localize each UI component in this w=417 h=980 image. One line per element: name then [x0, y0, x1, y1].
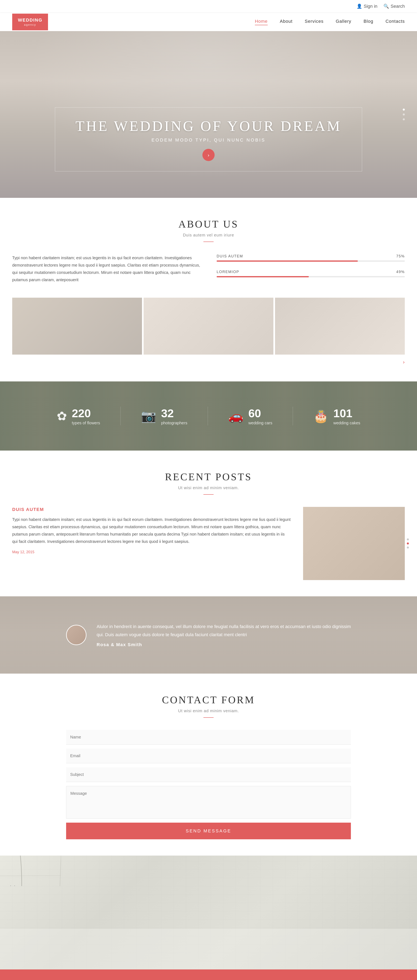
email-input[interactable] [66, 749, 351, 763]
about-content: Typi non habent claritatem insitam; est … [12, 254, 405, 285]
name-input[interactable] [66, 730, 351, 745]
about-image-3 [275, 298, 405, 355]
post-nav-dot-2[interactable] [407, 542, 409, 544]
person-icon: 👤 [357, 4, 362, 9]
post-date: May 12, 2015 [12, 550, 291, 554]
posts-section: RECENT POSTS Ut wisi enim ad minim venia… [0, 450, 417, 597]
search-icon: 🔍 [384, 4, 389, 9]
about-section: ABOUT US Duis autem vel eum iriure Typi … [0, 198, 417, 382]
about-title: ABOUT US [12, 218, 405, 230]
map-section[interactable]: Lake District City Center East Side [0, 856, 417, 969]
about-arrow[interactable]: › [12, 358, 405, 365]
hero-cta-button[interactable]: › [202, 149, 215, 161]
svg-text:Lake: Lake [10, 885, 18, 886]
nav-home[interactable]: Home [255, 19, 268, 25]
cake-icon: 🎂 [313, 409, 328, 423]
top-bar: 👤 Sign in 🔍 Search [0, 0, 417, 13]
main-nav: Home About Services Gallery Blog Contact… [255, 19, 405, 25]
stat-photographers: 📷 32 photographers [121, 407, 208, 425]
bar-duis-autem: DUIS AUTEM 75% [216, 254, 405, 262]
nav-about[interactable]: About [280, 19, 293, 25]
contact-title: CONTACT FORM [12, 694, 405, 706]
hero-title: THE WEDDING OF YOUR DREAM [75, 118, 342, 135]
post-nav-dot-1[interactable] [407, 538, 409, 541]
testimonial-inner: Alulor in hendrerit in auente consequat,… [66, 622, 351, 647]
stat-cakes: 🎂 101 wedding cakes [293, 407, 380, 425]
contact-divider [204, 718, 213, 718]
bar-loremiop: LOREMIOP 49% [216, 270, 405, 277]
bar-fill-1 [216, 261, 358, 262]
car-icon: 🚗 [228, 409, 244, 423]
hero-section: THE WEDDING OF YOUR DREAM EODEM MODO TYP… [0, 31, 417, 198]
post-image [303, 507, 405, 580]
flower-icon: ✿ [57, 409, 67, 423]
svg-line-2 [57, 856, 61, 886]
about-images [12, 298, 405, 355]
post-body: Typi non habent claritatem insitam; est … [12, 516, 291, 545]
testimonial-text-block: Alulor in hendrerit in auente consequat,… [97, 622, 351, 647]
testimonial-avatar [66, 625, 86, 645]
camera-icon: 📷 [141, 409, 156, 423]
logo[interactable]: WEDDING agency [12, 14, 48, 30]
post-card: DUIS AUTEM Typi non habent claritatem in… [12, 507, 405, 580]
signin-link[interactable]: 👤 Sign in [357, 4, 377, 9]
about-bars: DUIS AUTEM 75% LOREMIOP 49% [216, 254, 405, 285]
bar-fill-2 [216, 276, 309, 277]
map-svg: Lake District City Center East Side [0, 856, 61, 886]
search-link[interactable]: 🔍 Search [384, 4, 405, 9]
footer-contact: 📞 +1 800 603 8035 📍 5870 St Vincent Plac… [0, 969, 417, 980]
testimonial-name: Rosa & Max Smith [97, 642, 351, 648]
stats-section: ✿ 220 types of flowers 📷 32 photographer… [0, 382, 417, 450]
contact-form: SEND MESSAGE [66, 730, 351, 839]
header: WEDDING agency Home About Services Galle… [0, 13, 417, 31]
post-text: DUIS AUTEM Typi non habent claritatem in… [12, 507, 291, 580]
post-tag: DUIS AUTEM [12, 507, 291, 512]
hero-subtitle: EODEM MODO TYPI, QUI NUNC NOBIS [75, 137, 342, 143]
posts-divider [204, 494, 213, 495]
message-input[interactable] [66, 786, 351, 819]
hero-dot-2[interactable] [403, 113, 405, 116]
subject-input[interactable] [66, 767, 351, 782]
nav-gallery[interactable]: Gallery [336, 19, 351, 25]
nav-services[interactable]: Services [305, 19, 323, 25]
nav-contacts[interactable]: Contacts [385, 19, 405, 25]
contact-section: CONTACT FORM Ut wisi enim ad minim venia… [0, 674, 417, 856]
about-divider [204, 242, 213, 242]
posts-title: RECENT POSTS [12, 471, 405, 483]
hero-content: THE WEDDING OF YOUR DREAM EODEM MODO TYP… [55, 107, 362, 172]
posts-subtitle: Ut wisi enim ad minim veniam. [12, 485, 405, 490]
about-text: Typi non habent claritatem insitam; est … [12, 254, 201, 285]
post-nav [407, 538, 409, 549]
hero-dot-1[interactable] [403, 108, 405, 111]
about-subtitle: Duis autem vel eum iriure [12, 233, 405, 237]
hero-dots [403, 108, 405, 120]
stat-flowers: ✿ 220 types of flowers [37, 407, 121, 425]
map-overlay [0, 929, 417, 969]
testimonial-section: Alulor in hendrerit in auente consequat,… [0, 597, 417, 674]
about-image-1 [12, 298, 142, 355]
stat-cars: 🚗 60 wedding cars [208, 407, 293, 425]
post-nav-dot-3[interactable] [407, 547, 409, 549]
svg-line-6 [0, 874, 61, 876]
about-image-2 [143, 298, 274, 355]
send-button[interactable]: SEND MESSAGE [66, 822, 351, 839]
hero-dot-3[interactable] [403, 118, 405, 120]
contact-subtitle: Ut wisi enim ad minim veniam. [12, 709, 405, 713]
nav-blog[interactable]: Blog [363, 19, 373, 25]
testimonial-quote: Alulor in hendrerit in auente consequat,… [97, 622, 351, 639]
